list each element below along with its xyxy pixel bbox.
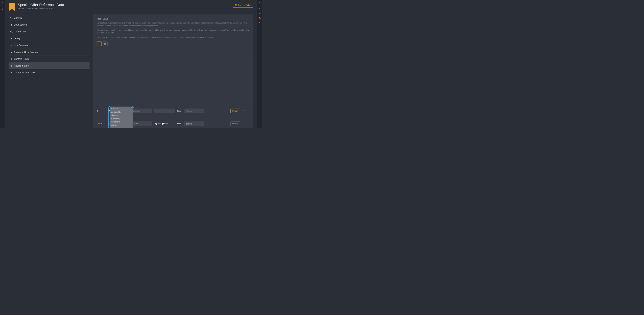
key-icon <box>10 44 12 46</box>
dropdown-option[interactable]: Description <box>110 127 132 128</box>
save-icon[interactable] <box>259 17 261 20</box>
sidebar-item-query[interactable]: Query <box>9 35 90 42</box>
column-dropdown[interactable]: Column... Assigned to Category Created B… <box>110 107 132 128</box>
sidebar-item-custom-fields[interactable]: Custom Fields <box>9 56 90 62</box>
default-button[interactable]: Default <box>230 109 240 113</box>
wrench-icon: 🔧 <box>10 17 12 19</box>
status-input[interactable]: status... <box>184 109 204 113</box>
then-label: then <box>177 110 182 112</box>
dropdown-option[interactable]: Created on <box>110 120 132 124</box>
sidebar-item-general[interactable]: 🔧 General <box>9 14 90 21</box>
radio-false[interactable]: false <box>162 123 168 125</box>
dropdown-option[interactable]: deleted <box>110 124 132 127</box>
user-icon <box>10 51 12 53</box>
refresh-button[interactable] <box>102 42 108 46</box>
play-icon[interactable] <box>259 22 261 24</box>
sidebar-item-data-source[interactable]: Data Source <box>9 21 90 28</box>
svg-rect-17 <box>259 18 260 18</box>
condition-label: If <box>97 110 106 112</box>
panel-description-1: Manage the status of each result by prov… <box>97 22 250 27</box>
value-input[interactable] <box>154 109 175 113</box>
add-circle-icon[interactable] <box>2 8 3 10</box>
svg-point-4 <box>11 52 12 52</box>
operator-select[interactable]: Equals ⌄ <box>131 121 152 126</box>
expand-left-icon[interactable]: » <box>2 2 3 3</box>
default-button[interactable]: Default <box>230 121 240 126</box>
chevron-down-icon: ⌄ <box>150 110 150 112</box>
sidebar-item-connection[interactable]: 🔌 Connection <box>9 28 90 35</box>
sidebar-item-record-status[interactable]: Record Status <box>9 62 90 69</box>
right-rail: « <box>257 0 262 128</box>
sidebar-item-assigned-user[interactable]: Assigned User Column <box>9 49 90 56</box>
more-options-icon[interactable]: ⋮ <box>248 123 250 125</box>
dropdown-option[interactable]: Category <box>110 114 132 117</box>
database-icon <box>10 24 12 26</box>
page-title: Special Offer Reference Data <box>18 3 64 7</box>
main-panel: Record Status Manage the status of each … <box>93 14 253 128</box>
return-to-project-button[interactable]: Return to Project <box>233 3 253 8</box>
chevron-down-icon: ⌄ <box>150 123 150 125</box>
status-input[interactable]: Ignored <box>184 121 204 126</box>
add-condition-button[interactable] <box>97 42 102 46</box>
envelope-icon <box>10 72 12 74</box>
panel-description-2: All available options will only be gener… <box>97 29 250 34</box>
sidebar-nav: 🔧 General Data Source 🔌 Connection <box>9 14 90 128</box>
page-subtitle: Navigate to the section that you would l… <box>18 8 64 9</box>
dropdown-option[interactable]: Assigned to <box>110 110 132 114</box>
dropdown-option[interactable]: Created By <box>110 117 132 120</box>
panel-description-3: The default button next to each conditio… <box>97 36 250 39</box>
then-label: then <box>177 123 182 125</box>
value-radio-group: true false <box>154 121 175 126</box>
delete-button[interactable] <box>242 109 246 113</box>
grid-icon[interactable] <box>259 13 261 15</box>
svg-marker-19 <box>259 22 260 23</box>
left-rail: » <box>0 0 5 128</box>
expand-right-icon[interactable]: « <box>259 2 260 3</box>
folder-icon <box>235 4 237 6</box>
edit-icon <box>10 65 12 67</box>
radio-icon <box>162 123 164 125</box>
bookmark-icon <box>9 3 15 11</box>
panel-heading: Record Status <box>97 18 250 20</box>
columns-icon <box>10 58 12 60</box>
page-header: Special Offer Reference Data Navigate to… <box>9 3 253 11</box>
operator-select[interactable]: operator... ⌄ <box>131 109 152 113</box>
radio-true[interactable]: true <box>156 123 160 125</box>
more-options-icon[interactable]: ⋮ <box>248 110 250 112</box>
radio-icon <box>156 123 157 125</box>
delete-button[interactable] <box>242 122 246 126</box>
dropdown-option[interactable]: Column... <box>110 107 132 110</box>
condition-label: Else if <box>97 123 106 125</box>
sidebar-item-key-columns[interactable]: Key Columns <box>9 42 90 49</box>
svg-rect-12 <box>259 13 260 14</box>
undo-icon[interactable] <box>259 8 261 10</box>
plug-icon: 🔌 <box>10 30 12 33</box>
svg-rect-18 <box>259 18 260 19</box>
sidebar-item-communication-rules[interactable]: Communication Rules <box>9 69 90 76</box>
file-icon <box>10 38 12 40</box>
